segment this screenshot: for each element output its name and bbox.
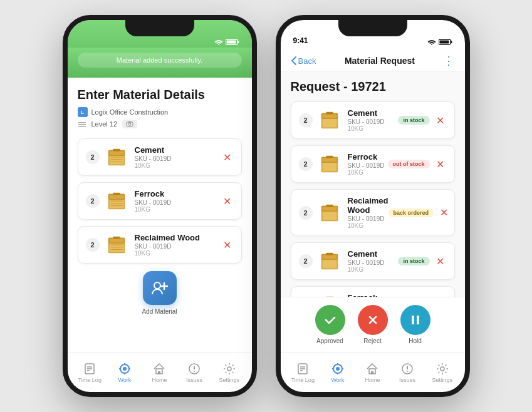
svg-rect-22 xyxy=(113,193,120,195)
svg-rect-58 xyxy=(322,119,336,127)
phone2-header: Back Material Request ⋮ xyxy=(281,48,465,72)
svg-point-8 xyxy=(128,123,131,126)
reject-button[interactable]: Reject xyxy=(358,305,388,344)
p2-delete-btn-1[interactable]: ✕ xyxy=(434,112,447,129)
back-button[interactable]: Back xyxy=(291,56,316,66)
svg-rect-60 xyxy=(322,115,336,118)
add-material-button[interactable] xyxy=(143,271,177,305)
material-info-2: Ferrock SKU - 0019D 10KG xyxy=(135,189,221,213)
phone1-inner: Material added successfully. Enter Mater… xyxy=(68,20,252,392)
timelog-icon-2 xyxy=(296,362,310,376)
status-badge-1: in stock xyxy=(398,116,429,125)
delete-btn-2[interactable]: ✕ xyxy=(221,193,234,210)
hold-circle xyxy=(400,305,430,335)
p2-qty-1: 2 xyxy=(299,113,313,127)
work-icon-1 xyxy=(118,362,132,376)
nav-label-timelog-1: Time Log xyxy=(78,377,102,383)
chevron-left-icon xyxy=(291,56,297,66)
notch xyxy=(125,20,194,36)
svg-rect-14 xyxy=(113,149,120,152)
x-icon xyxy=(366,313,380,327)
delete-btn-3[interactable]: ✕ xyxy=(221,237,234,254)
p2-material-name-4: Cement xyxy=(348,249,399,259)
page-title-1: Enter Material Details xyxy=(78,88,242,102)
p2-material-name-3: Reclaimed Wood xyxy=(348,196,389,215)
p2-material-item-1: 2 Cement SKU - 0019D 10KG xyxy=(291,101,455,139)
home-icon-2 xyxy=(365,362,379,376)
hold-label: Hold xyxy=(409,337,422,344)
level-text: Level 12 xyxy=(91,120,118,128)
svg-point-94 xyxy=(336,367,340,371)
nav-settings-2[interactable]: Settings xyxy=(427,362,457,383)
p2-material-sku-4: SKU - 0019D xyxy=(348,259,399,266)
wifi-icon xyxy=(214,39,223,45)
material-name-1: Cement xyxy=(135,145,221,155)
phone1: Material added successfully. Enter Mater… xyxy=(63,15,257,397)
bottom-nav-2: Time Log Work xyxy=(281,352,465,392)
nav-home-2[interactable]: Home xyxy=(357,362,387,383)
nav-settings-1[interactable]: Settings xyxy=(214,362,244,383)
approve-button[interactable]: Approved xyxy=(315,305,345,344)
nav-label-work-2: Work xyxy=(331,377,344,383)
svg-point-104 xyxy=(441,367,444,371)
p2-material-img-3 xyxy=(318,201,342,225)
success-message: Material added successfully. xyxy=(117,56,202,64)
hold-button[interactable]: Hold xyxy=(400,305,430,344)
svg-point-53 xyxy=(431,44,432,46)
p2-delete-btn-3[interactable]: ✕ xyxy=(437,204,451,221)
svg-point-52 xyxy=(227,367,231,371)
nav-timelog-2[interactable]: Time Log xyxy=(288,362,318,383)
nav-home-1[interactable]: Home xyxy=(144,362,174,383)
svg-rect-48 xyxy=(158,371,160,374)
svg-point-103 xyxy=(407,371,408,372)
back-row: Back Material Request ⋮ xyxy=(291,53,455,69)
p2-material-info-2: Ferrock SKU - 0019D 10KG xyxy=(348,152,388,176)
svg-rect-66 xyxy=(326,156,333,158)
level-row: Level 12 xyxy=(78,120,242,128)
nav-work-1[interactable]: Work xyxy=(110,362,140,383)
battery-icon-1 xyxy=(226,39,239,45)
p2-material-info-3: Reclaimed Wood SKU - 0019D 10KG xyxy=(348,196,389,229)
p2-material-sku-3: SKU - 0019D xyxy=(348,215,389,222)
material-weight-3: 10KG xyxy=(135,250,221,257)
p2-material-weight-3: 10KG xyxy=(348,222,389,229)
nav-work-2[interactable]: Work xyxy=(323,362,353,383)
svg-rect-13 xyxy=(109,152,123,155)
svg-rect-88 xyxy=(417,316,419,324)
phone1-content: Enter Material Details L Logix Office Co… xyxy=(68,78,252,352)
nav-issues-2[interactable]: Issues xyxy=(392,362,422,383)
phone2-inner: 9:41 xyxy=(281,20,465,392)
nav-issues-1[interactable]: Issues xyxy=(179,362,209,383)
svg-rect-5 xyxy=(78,124,86,125)
more-button[interactable]: ⋮ xyxy=(443,54,454,68)
nav-label-work-1: Work xyxy=(118,377,131,383)
material-info-1: Cement SKU - 0019D 10KG xyxy=(135,145,221,169)
home-icon-1 xyxy=(152,362,166,376)
svg-point-42 xyxy=(123,367,127,371)
svg-rect-55 xyxy=(451,41,452,43)
svg-rect-3 xyxy=(226,41,236,44)
delete-btn-1[interactable]: ✕ xyxy=(221,149,234,166)
nav-label-issues-2: Issues xyxy=(399,377,415,383)
svg-point-34 xyxy=(154,282,160,289)
wifi-icon-2 xyxy=(427,39,436,45)
add-material-container: Add Material xyxy=(78,271,242,315)
nav-label-timelog-2: Time Log xyxy=(291,377,315,383)
svg-rect-73 xyxy=(322,260,336,268)
svg-rect-76 xyxy=(326,253,333,255)
svg-rect-21 xyxy=(109,195,123,199)
approve-circle xyxy=(315,305,345,335)
status-icons-2 xyxy=(427,39,452,45)
nav-timelog-1[interactable]: Time Log xyxy=(75,362,105,383)
status-icons-1 xyxy=(214,39,239,45)
svg-rect-2 xyxy=(237,41,239,43)
p2-delete-btn-2[interactable]: ✕ xyxy=(434,156,447,173)
p2-qty-3: 2 xyxy=(299,206,313,220)
p2-delete-btn-4[interactable]: ✕ xyxy=(434,253,447,270)
reject-circle xyxy=(358,305,388,335)
nav-label-home-1: Home xyxy=(152,377,167,383)
settings-icon-2 xyxy=(436,362,449,376)
material-img-3 xyxy=(105,233,128,257)
p2-material-weight-4: 10KG xyxy=(348,266,399,273)
material-img-2 xyxy=(105,189,128,213)
